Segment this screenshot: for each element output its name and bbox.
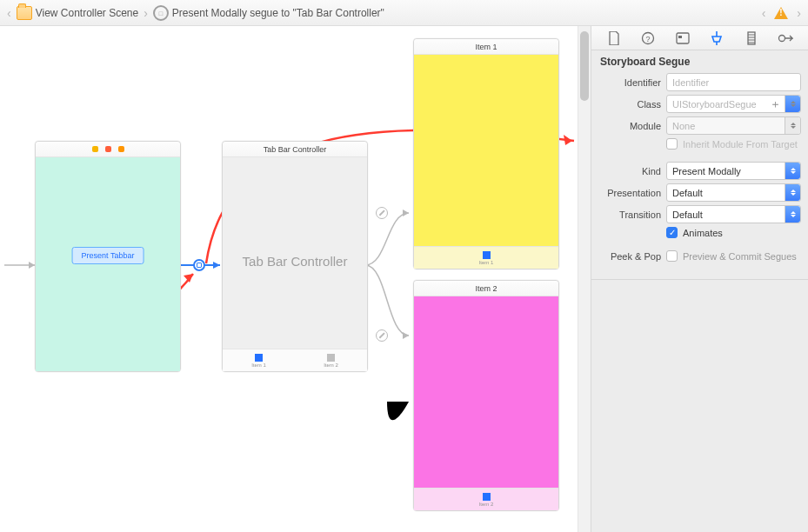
path-scene[interactable]: View Controller Scene xyxy=(36,7,139,19)
tab-item[interactable]: Item 2 xyxy=(414,489,558,510)
dot-icon xyxy=(118,146,124,152)
warning-icon[interactable] xyxy=(774,7,788,19)
caret-icon[interactable] xyxy=(785,117,800,134)
animates-checkbox[interactable]: ✓ Animates xyxy=(666,227,801,238)
tab-icon xyxy=(483,493,491,501)
tab-bar: Item 1 xyxy=(414,246,558,269)
identity-inspector-icon[interactable] xyxy=(675,30,691,46)
caret-icon[interactable] xyxy=(785,96,800,112)
tab-label: Item 2 xyxy=(479,502,494,507)
attributes-inspector-icon[interactable] xyxy=(709,30,725,46)
tab-label: Item 2 xyxy=(324,362,338,368)
connections-inspector-icon[interactable] xyxy=(778,30,793,46)
checkbox-icon xyxy=(666,250,678,262)
kind-value: Present Modally xyxy=(672,166,741,176)
tab-bar: Item 2 xyxy=(414,488,558,510)
dot-icon xyxy=(105,146,111,152)
present-tabbar-button[interactable]: Present Tabbar xyxy=(72,247,144,264)
tab-item-1[interactable]: Item 1 xyxy=(223,349,295,371)
prev-issue-icon[interactable]: ‹ xyxy=(760,6,768,20)
inherit-module-label: Inherit Module From Target xyxy=(683,139,798,150)
tab-label: Item 1 xyxy=(479,260,494,265)
class-placeholder: UIStoryboardSegue xyxy=(672,99,757,110)
presentation-label: Presentation xyxy=(598,188,661,198)
segue-node[interactable] xyxy=(193,259,205,271)
tab-item-2[interactable]: Item 2 xyxy=(295,349,367,371)
caret-icon[interactable] xyxy=(785,206,800,223)
inspector-panel: ? Storyboard Segue Identifier Class xyxy=(591,26,808,532)
segue-icon: ☐ xyxy=(153,5,169,21)
identifier-field[interactable] xyxy=(666,73,801,91)
size-inspector-icon[interactable] xyxy=(744,30,759,46)
scene-view-controller[interactable]: Present Tabbar xyxy=(35,141,181,372)
inherit-module-checkbox[interactable]: Inherit Module From Target xyxy=(666,138,801,150)
scene-item-2[interactable]: Item 2 Item 2 xyxy=(413,280,559,511)
scene-title: Item 1 xyxy=(414,39,558,55)
path-bar: ‹ View Controller Scene › ☐ Present Moda… xyxy=(0,0,808,26)
scene-title: Tab Bar Controller xyxy=(223,142,367,157)
tab-bar: Item 1 Item 2 xyxy=(223,349,367,371)
plus-icon[interactable]: ＋ xyxy=(769,98,781,110)
tab-icon xyxy=(483,251,491,259)
file-inspector-icon[interactable] xyxy=(606,30,622,46)
tabbar-center-label: Tab Bar Controller xyxy=(223,254,367,269)
folder-icon xyxy=(17,6,32,20)
next-issue-icon[interactable]: › xyxy=(795,6,803,20)
tab-item[interactable]: Item 1 xyxy=(414,247,558,269)
class-label: Class xyxy=(598,99,661,110)
scrollbar-thumb[interactable] xyxy=(580,31,589,101)
tab-icon xyxy=(255,354,263,362)
storyboard-canvas[interactable]: Present Tabbar Tab Bar Controller Tab Ba… xyxy=(0,26,578,532)
class-combobox[interactable]: UIStoryboardSegue ＋ xyxy=(666,95,801,113)
chevron-right-icon: › xyxy=(142,6,150,20)
help-inspector-icon[interactable]: ? xyxy=(640,30,656,46)
relationship-node[interactable] xyxy=(376,329,388,342)
peekpop-option-label: Preview & Commit Segues xyxy=(683,251,797,262)
presentation-value: Default xyxy=(672,188,703,198)
caret-icon[interactable] xyxy=(785,163,800,179)
svg-point-5 xyxy=(779,35,785,41)
scene-title: Item 2 xyxy=(414,281,558,296)
transition-value: Default xyxy=(672,209,703,220)
presentation-select[interactable]: Default xyxy=(666,183,801,202)
vertical-scrollbar[interactable] xyxy=(578,26,591,532)
scene-titlebar xyxy=(36,142,180,157)
scene-item-1[interactable]: Item 1 Item 1 xyxy=(413,38,559,269)
relationship-node[interactable] xyxy=(376,207,388,219)
module-combobox[interactable]: None xyxy=(666,116,801,135)
tab-label: Item 1 xyxy=(251,362,266,368)
checkbox-icon xyxy=(666,138,678,150)
kind-label: Kind xyxy=(598,166,661,176)
transition-label: Transition xyxy=(598,209,661,220)
module-label: Module xyxy=(598,121,661,131)
path-segue[interactable]: Present Modally segue to "Tab Bar Contro… xyxy=(172,7,384,19)
peekpop-checkbox[interactable]: Preview & Commit Segues xyxy=(666,250,801,262)
svg-rect-3 xyxy=(678,36,682,38)
peekpop-label: Peek & Pop xyxy=(598,251,661,262)
scene-tab-bar-controller[interactable]: Tab Bar Controller Tab Bar Controller It… xyxy=(222,141,368,372)
dot-icon xyxy=(92,146,98,152)
identifier-label: Identifier xyxy=(598,77,661,88)
module-placeholder: None xyxy=(672,121,695,131)
checkbox-icon: ✓ xyxy=(666,227,678,238)
tab-icon xyxy=(327,354,335,362)
kind-select[interactable]: Present Modally xyxy=(666,162,801,180)
caret-icon[interactable] xyxy=(785,184,800,201)
svg-text:?: ? xyxy=(646,35,651,43)
transition-select[interactable]: Default xyxy=(666,205,801,223)
inspector-section-title: Storyboard Segue xyxy=(591,50,808,71)
back-chevron-icon[interactable]: ‹ xyxy=(5,6,13,20)
inspector-tab-bar: ? xyxy=(591,26,808,50)
animates-label: Animates xyxy=(683,228,723,238)
